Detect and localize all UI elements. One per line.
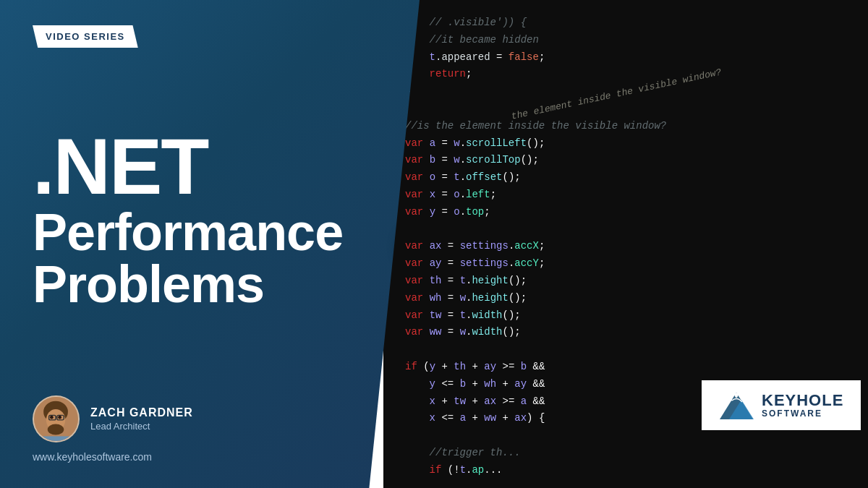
code-line <box>405 479 846 488</box>
author-section: ZACH GARDNER Lead Architect <box>33 395 387 442</box>
keyhole-name: KEYHOLE <box>762 392 843 409</box>
code-line: var wh = w.height(); <box>405 290 846 307</box>
badge-label: VIDEO SERIES <box>46 31 125 42</box>
code-line: //trigger th... <box>405 445 846 462</box>
right-panel: the element inside the visible window? /… <box>383 0 868 488</box>
title-container: .NET Performance Problems <box>33 55 387 381</box>
svg-point-3 <box>48 424 64 435</box>
code-line: t.appeared = false; <box>405 49 846 67</box>
svg-point-5 <box>58 416 61 419</box>
svg-rect-9 <box>41 436 71 441</box>
code-line: return; <box>405 66 846 83</box>
left-panel: VIDEO SERIES .NET Performance Problems <box>0 0 420 488</box>
code-line <box>405 221 846 239</box>
code-line <box>405 100 846 118</box>
code-line: var tw = t.width(); <box>405 307 846 325</box>
keyhole-software: SOFTWARE <box>762 409 843 419</box>
keyhole-logo: KEYHOLE SOFTWARE <box>702 380 861 430</box>
author-info: ZACH GARDNER Lead Architect <box>90 406 387 432</box>
code-line: var ww = w.width(); <box>405 324 846 341</box>
code-line: var ay = settings.accY; <box>405 255 846 273</box>
code-line: if (!t.ap... <box>405 462 846 479</box>
code-line: if (y + th + ay >= b && <box>405 359 846 376</box>
keyhole-text: KEYHOLE SOFTWARE <box>762 392 843 419</box>
title-dotnet: .NET <box>33 127 387 206</box>
video-series-badge: VIDEO SERIES <box>33 25 138 48</box>
code-line: var th = t.height(); <box>405 273 846 290</box>
code-line: var y = o.top; <box>405 204 846 221</box>
website-url: www.keyholesoftware.com <box>33 451 387 463</box>
code-line: //is the element inside the visible wind… <box>405 118 846 135</box>
code-line: var x = o.left; <box>405 187 846 204</box>
code-line <box>405 341 846 359</box>
title-problems: Problems <box>33 258 387 310</box>
code-line: var ax = settings.accX; <box>405 238 846 255</box>
author-name: ZACH GARDNER <box>90 406 387 419</box>
svg-point-4 <box>50 416 54 419</box>
code-line: var b = w.scrollTop(); <box>405 152 846 169</box>
keyhole-logo-icon <box>716 389 756 421</box>
avatar <box>33 395 80 442</box>
code-line: var a = w.scrollLeft(); <box>405 135 846 153</box>
code-line: //it became hidden <box>405 32 846 49</box>
code-line: // .visible')) { <box>405 14 846 32</box>
author-role: Lead Architect <box>90 421 387 432</box>
title-performance: Performance <box>33 206 387 258</box>
code-line: var o = t.offset(); <box>405 169 846 187</box>
